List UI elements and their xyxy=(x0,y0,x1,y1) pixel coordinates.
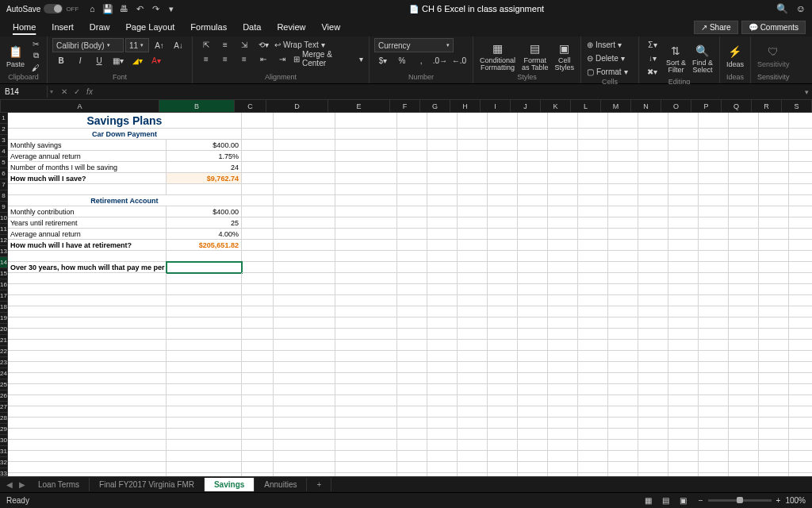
align-center-icon[interactable]: ≡ xyxy=(216,52,234,65)
cell-N11[interactable] xyxy=(638,229,668,240)
row-header-32[interactable]: 32 xyxy=(0,457,8,468)
cell-D9[interactable] xyxy=(274,206,335,217)
cell-M1[interactable] xyxy=(608,113,638,129)
cell-O27[interactable] xyxy=(668,406,699,418)
cell-G25[interactable] xyxy=(427,384,458,395)
cell-G12[interactable] xyxy=(427,240,458,251)
cell-R21[interactable] xyxy=(759,340,789,351)
cell-G7[interactable] xyxy=(427,184,458,195)
cell-Q15[interactable] xyxy=(729,273,759,284)
cell-G29[interactable] xyxy=(427,429,458,440)
cell-N12[interactable] xyxy=(638,240,668,251)
cell-H2[interactable] xyxy=(458,129,488,140)
cell-I18[interactable] xyxy=(488,306,518,318)
cell-E14[interactable] xyxy=(335,262,397,273)
col-header-R[interactable]: R xyxy=(752,100,782,113)
cell-O22[interactable] xyxy=(668,351,699,362)
cell-S4[interactable] xyxy=(789,151,812,162)
cell-L15[interactable] xyxy=(578,273,608,284)
cell-M20[interactable] xyxy=(608,329,638,340)
cell-O21[interactable] xyxy=(668,340,699,351)
cell-L19[interactable] xyxy=(578,318,608,329)
cell-J12[interactable] xyxy=(518,240,548,251)
cell-P24[interactable] xyxy=(699,373,729,384)
cell-P4[interactable] xyxy=(699,151,729,162)
cell-H14[interactable] xyxy=(458,262,488,273)
clear-icon[interactable]: ✖▾ xyxy=(644,65,661,78)
cell-J29[interactable] xyxy=(518,429,548,440)
cell-M33[interactable] xyxy=(608,473,638,476)
increase-indent-icon[interactable]: ⇥ xyxy=(274,52,291,65)
redo-icon[interactable]: ↷ xyxy=(150,3,161,14)
cell-E22[interactable] xyxy=(335,351,397,362)
cell-A12[interactable]: How much will I have at retirement? xyxy=(8,240,167,251)
cell-Q18[interactable] xyxy=(729,306,759,318)
cell-E3[interactable] xyxy=(335,140,397,151)
cell-O26[interactable] xyxy=(668,395,699,406)
cell-L7[interactable] xyxy=(578,184,608,195)
cell-Q2[interactable] xyxy=(729,129,759,140)
cell-J8[interactable] xyxy=(518,195,548,206)
cell-B5[interactable]: 24 xyxy=(167,162,242,173)
cell-D7[interactable] xyxy=(274,184,335,195)
cell-E1[interactable] xyxy=(335,113,397,129)
cell-J21[interactable] xyxy=(518,340,548,351)
cell-B10[interactable]: 25 xyxy=(167,217,242,229)
cell-H29[interactable] xyxy=(458,429,488,440)
cell-O17[interactable] xyxy=(668,295,699,306)
cell-D15[interactable] xyxy=(274,273,335,284)
cell-M8[interactable] xyxy=(608,195,638,206)
cell-M28[interactable] xyxy=(608,418,638,429)
cell-P10[interactable] xyxy=(699,217,729,229)
cell-O25[interactable] xyxy=(668,384,699,395)
cell-Q1[interactable] xyxy=(729,113,759,129)
cells-area[interactable]: Savings PlansCar Down PaymentMonthly sav… xyxy=(8,113,812,476)
cell-F1[interactable] xyxy=(397,113,427,129)
cell-N1[interactable] xyxy=(638,113,668,129)
cell-R12[interactable] xyxy=(759,240,789,251)
align-top-icon[interactable]: ⇱ xyxy=(197,38,215,51)
cell-E19[interactable] xyxy=(335,318,397,329)
cell-A14[interactable]: Over 30 years, how much will that pay me… xyxy=(8,262,167,273)
cell-J4[interactable] xyxy=(518,151,548,162)
italic-button[interactable]: I xyxy=(71,54,89,67)
cell-B6[interactable]: $9,762.74 xyxy=(167,173,242,184)
cell-M26[interactable] xyxy=(608,395,638,406)
cell-P22[interactable] xyxy=(699,351,729,362)
qat-dropdown-icon[interactable]: ▾ xyxy=(166,3,177,14)
cell-J16[interactable] xyxy=(518,284,548,295)
cell-S26[interactable] xyxy=(789,395,812,406)
cell-I27[interactable] xyxy=(488,406,518,418)
cell-C33[interactable] xyxy=(242,473,274,476)
cell-O4[interactable] xyxy=(668,151,699,162)
cell-E10[interactable] xyxy=(335,217,397,229)
cell-H32[interactable] xyxy=(458,462,488,473)
cell-P20[interactable] xyxy=(699,329,729,340)
cell-F13[interactable] xyxy=(397,251,427,262)
cell-F9[interactable] xyxy=(397,206,427,217)
row-header-5[interactable]: 5 xyxy=(0,157,8,168)
cell-K1[interactable] xyxy=(548,113,578,129)
undo-icon[interactable]: ↶ xyxy=(134,3,145,14)
cell-N4[interactable] xyxy=(638,151,668,162)
cell-K13[interactable] xyxy=(548,251,578,262)
comments-button[interactable]: 💬 Comments xyxy=(741,21,806,34)
sheet-nav-prev-icon[interactable]: ◀ xyxy=(3,480,16,489)
cell-G26[interactable] xyxy=(427,395,458,406)
cell-H17[interactable] xyxy=(458,295,488,306)
cell-D28[interactable] xyxy=(274,418,335,429)
cell-A2[interactable]: Car Down Payment xyxy=(8,129,242,140)
cell-G32[interactable] xyxy=(427,462,458,473)
cell-P27[interactable] xyxy=(699,406,729,418)
print-icon[interactable]: 🖶 xyxy=(118,3,129,14)
cell-L14[interactable] xyxy=(578,262,608,273)
col-header-I[interactable]: I xyxy=(481,100,511,113)
cell-J25[interactable] xyxy=(518,384,548,395)
cell-K28[interactable] xyxy=(548,418,578,429)
cell-B18[interactable] xyxy=(167,306,242,318)
cell-Q14[interactable] xyxy=(729,262,759,273)
cell-E28[interactable] xyxy=(335,418,397,429)
row-header-11[interactable]: 11 xyxy=(0,224,8,235)
cell-G1[interactable] xyxy=(427,113,458,129)
cell-F5[interactable] xyxy=(397,162,427,173)
